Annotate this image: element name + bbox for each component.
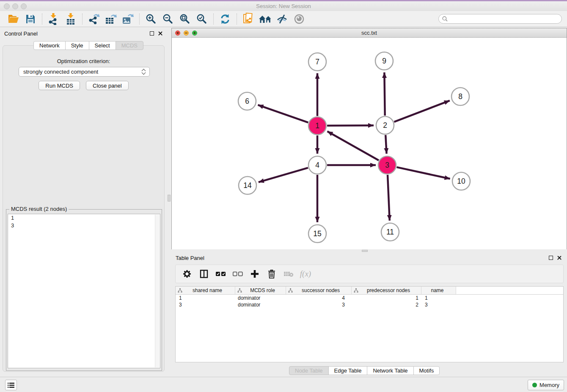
zoom-fit-button[interactable] [176,12,193,26]
open-folder-icon [8,14,19,25]
column-header-shared-name[interactable]: shared name [176,287,235,294]
save-floppy-icon [25,14,36,24]
column-header-predecessor-nodes[interactable]: predecessor nodes [352,287,421,294]
network-canvas[interactable]: 1234678910111415 [172,38,567,249]
graph-edge-3-11[interactable] [388,175,390,221]
table-settings-button[interactable] [181,268,193,280]
tab-motifs[interactable]: Motifs [413,366,440,375]
search-input[interactable] [450,16,558,22]
graph-edge-4-14[interactable] [259,168,308,182]
create-column-button[interactable] [248,268,261,280]
show-columns-button[interactable] [198,268,210,280]
network-window-title: scc.txt [172,30,567,36]
columns-icon [200,270,208,278]
float-panel-icon[interactable] [549,256,553,260]
trash-icon [268,270,275,279]
graph-edge-1-2[interactable] [327,125,374,126]
tab-edge-table[interactable]: Edge Table [328,366,368,375]
column-header-name[interactable]: name [421,287,456,294]
network-minimize-button[interactable] [184,30,189,36]
mcds-result-list[interactable]: 1 3 [8,214,160,368]
table-row[interactable]: 3 dominator 3 2 3 [176,301,563,308]
cell-predecessor-nodes: 2 [352,302,421,308]
export-table-button[interactable] [102,12,119,26]
result-item[interactable]: 1 [8,214,160,222]
zoom-selected-icon [196,14,207,25]
network-window-controls [175,30,197,36]
tab-network[interactable]: Network [33,41,66,50]
horizontal-splitter[interactable] [171,249,567,252]
result-item[interactable]: 3 [8,222,160,229]
result-scrollbar[interactable] [155,215,160,367]
graph-edge-3-1[interactable] [328,131,379,160]
hierarchy-icon [178,288,182,293]
apply-layout-button[interactable] [217,12,234,26]
control-panel-title: Control Panel [4,30,38,37]
control-panel-header: Control Panel [0,28,167,39]
node-table: shared name MCDS role successor nodes pr… [175,286,564,362]
hierarchy-icon [237,288,242,293]
import-table-button[interactable] [62,12,79,26]
splitter-grip[interactable] [168,195,171,202]
tab-node-table[interactable]: Node Table [289,366,329,375]
export-network-icon [88,13,100,25]
mcds-result-box: MCDS result (2 nodes) 1 3 [6,209,162,371]
duplicate-network-icon [243,13,254,25]
float-panel-icon[interactable] [150,31,154,36]
zoom-in-button[interactable] [143,12,160,26]
toolbar-separator [139,14,140,25]
select-all-button[interactable] [215,268,227,280]
column-header-successor-nodes[interactable]: successor nodes [286,287,352,294]
memory-button[interactable]: Memory [528,380,564,390]
table-header-row: shared name MCDS role successor nodes pr… [176,287,563,295]
graph-node-label: 1 [315,121,319,130]
tab-style[interactable]: Style [65,41,89,50]
tab-select[interactable]: Select [89,41,116,50]
zoom-out-button[interactable] [160,12,176,26]
first-neighbors-button[interactable] [257,12,274,26]
close-panel-icon[interactable] [158,31,163,36]
zoom-in-icon [146,14,157,25]
close-panel-button[interactable]: Close panel [86,81,129,90]
status-bar: Memory [0,377,567,392]
vertical-splitter[interactable] [167,28,171,377]
clear-selection-button[interactable] [231,268,244,280]
hide-selected-button[interactable] [274,12,291,26]
open-session-button[interactable] [5,12,22,26]
graph-edge-3-10[interactable] [396,167,450,179]
network-close-button[interactable] [175,30,180,36]
save-session-button[interactable] [22,12,39,26]
toolbar-separator [237,14,237,25]
main-toolbar [0,11,567,27]
tab-mcds[interactable]: MCDS [116,41,143,50]
show-all-button[interactable] [291,12,308,26]
graph-edge-2-9[interactable] [384,72,385,116]
export-network-button[interactable] [85,12,102,26]
column-header-mcds-role[interactable]: MCDS role [235,287,286,294]
table-row[interactable]: 1 dominator 4 1 1 [176,295,563,301]
criterion-dropdown[interactable]: strongly connected component [19,67,150,77]
graph-edge-1-6[interactable] [258,105,308,123]
table-panel-header: Table Panel [171,252,567,263]
import-network-button[interactable] [45,12,62,26]
delete-column-button[interactable] [265,268,278,280]
gear-icon [183,270,191,278]
task-history-button[interactable] [5,380,17,390]
tab-network-table[interactable]: Network Table [367,366,413,375]
run-mcds-button[interactable]: Run MCDS [39,81,80,90]
dropdown-stepper-icon [142,69,145,74]
export-image-button[interactable] [119,12,136,26]
graph-edge-2-3[interactable] [385,135,386,154]
fx-icon: f(x) [300,269,311,279]
splitter-grip[interactable] [362,250,368,252]
network-maximize-button[interactable] [192,30,197,36]
function-builder-button: f(x) [299,268,312,280]
network-graph[interactable]: 1234678910111415 [172,38,567,249]
close-panel-icon[interactable] [557,255,562,260]
duplicate-network-button[interactable] [240,12,257,26]
unchecked-boxes-icon [233,271,243,277]
cell-predecessor-nodes: 1 [352,295,421,301]
search-field[interactable] [438,14,562,24]
zoom-selected-button[interactable] [193,12,210,26]
graph-edge-2-8[interactable] [394,101,449,122]
